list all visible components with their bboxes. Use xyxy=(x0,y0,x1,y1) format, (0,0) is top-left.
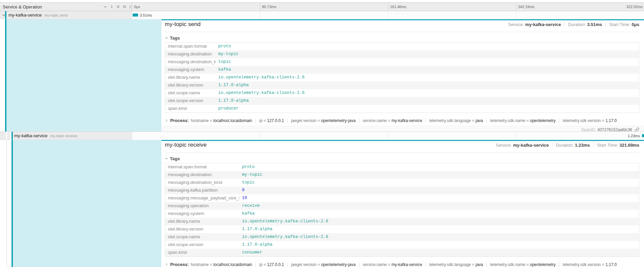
tag-key: otel.scope.version xyxy=(165,241,239,249)
span-row-timeline-cell: 1.23ms xyxy=(132,132,644,140)
tag-row: messaging.kafka.partition 0 xyxy=(165,187,639,194)
process-entry: telemetry.sdk.version = 1.17.0 xyxy=(559,262,617,267)
tag-value: receive xyxy=(239,202,639,210)
tag-value: topic xyxy=(239,179,639,187)
tag-value: kafka xyxy=(239,210,639,218)
tag-key: otel.library.version xyxy=(165,81,216,89)
tag-row: messaging.destination_kind topic xyxy=(165,58,639,66)
expand-one-icon[interactable] xyxy=(109,4,114,9)
tag-value: producer xyxy=(216,105,639,113)
tag-value: proto xyxy=(239,163,639,171)
span-row-tree-cell: my-kafka-service my-topic send xyxy=(0,11,132,19)
tag-row: otel.library.name io.opentelemetry.kafka… xyxy=(165,74,639,81)
span-id-row: SpanID: 407276152aafdc36 xyxy=(161,126,644,131)
process-accordion-header[interactable]: Process: hostname = localhost.localdomai… xyxy=(165,261,639,267)
tag-value: my-topic xyxy=(216,50,639,58)
tag-row: messaging.system kafka xyxy=(165,66,639,74)
tag-key: otel.scope.name xyxy=(165,233,239,241)
tag-row: messaging.system kafka xyxy=(165,210,639,218)
tag-row: messaging.message_payload_size_bytes 10 xyxy=(165,194,639,202)
tags-section-label: Tags xyxy=(170,35,180,41)
tag-row: messaging.destination my-topic xyxy=(165,171,639,179)
ruler-tick: 242.19ms xyxy=(518,3,534,11)
tag-row: messaging.destination my-topic xyxy=(165,50,639,58)
process-summary: hostname = localhost.localdomainip = 127… xyxy=(191,117,617,123)
span-service-name: my-kafka-service xyxy=(14,133,47,138)
tag-key: span.kind xyxy=(165,249,239,257)
process-entry: jaeger.version = opentelemetry-java xyxy=(287,262,355,267)
tag-value: io.opentelemetry.kafka-clients-2.6 xyxy=(216,89,639,97)
tag-key: messaging.operation xyxy=(165,202,239,210)
chevron-down-icon xyxy=(165,36,168,40)
timeline-header-row: Service & Operation 0μs 80.73ms 161.46ms… xyxy=(0,2,644,11)
tag-key: otel.library.name xyxy=(165,218,239,225)
process-label: Process: xyxy=(170,118,189,123)
tags-section-label: Tags xyxy=(170,156,180,161)
span-row-timeline-cell: 3.51ms xyxy=(132,11,644,19)
tag-value: consumer xyxy=(239,249,639,257)
tags-accordion-header[interactable]: Tags xyxy=(165,155,639,162)
span-operation-name: my-topic receive xyxy=(50,134,77,138)
tag-value: my-topic xyxy=(239,171,639,179)
span-duration-label: 1.23ms xyxy=(628,132,640,140)
tag-key: messaging.destination_kind xyxy=(165,179,239,187)
tag-row: span.kind consumer xyxy=(165,249,639,257)
tag-value: io.opentelemetry.kafka-clients-2.6 xyxy=(239,233,639,241)
selected-span-spacer xyxy=(13,140,161,267)
span-detail-my-topic-receive: my-topic receive Service: my-kafka-servi… xyxy=(0,140,644,267)
tag-value: io.opentelemetry.kafka-clients-2.6 xyxy=(216,74,639,81)
span-row-my-topic-send[interactable]: my-kafka-service my-topic send 3.51ms xyxy=(0,11,644,19)
span-row-tree-cell: my-kafka-service my-topic receive xyxy=(0,132,132,140)
chevron-right-icon xyxy=(165,263,168,266)
tag-value: io.opentelemetry.kafka-clients-2.6 xyxy=(239,218,639,225)
process-entry: jaeger.version = opentelemetry-java xyxy=(287,118,355,123)
jaeger-trace-timeline: Service & Operation 0μs 80.73ms 161.46ms… xyxy=(0,0,644,267)
tag-key: internal.span.format xyxy=(165,43,216,50)
ruler-tick: 322.92ms xyxy=(626,3,643,11)
tag-value: kafka xyxy=(216,66,639,74)
span-duration-bar[interactable] xyxy=(642,134,644,137)
selected-span-spacer xyxy=(6,19,161,131)
tag-row: messaging.destination_kind topic xyxy=(165,179,639,187)
tag-key: messaging.message_payload_size_bytes xyxy=(165,194,239,202)
tag-value: 1.17.0-alpha xyxy=(216,97,639,105)
span-service-name: my-kafka-service xyxy=(8,13,42,18)
tag-row: span.kind producer xyxy=(165,105,639,113)
span-detail-my-topic-send: my-topic send Service: my-kafka-serviceD… xyxy=(0,19,644,132)
span-duration-bar[interactable] xyxy=(133,14,138,17)
tag-row: otel.library.name io.opentelemetry.kafka… xyxy=(165,218,639,225)
tag-value: proto xyxy=(216,43,639,50)
column-resizer-grip[interactable] xyxy=(130,5,131,8)
tag-row: otel.scope.name io.opentelemetry.kafka-c… xyxy=(165,233,639,241)
tag-row: otel.library.version 1.17.0-alpha xyxy=(165,225,639,233)
ruler-tick: 161.46ms xyxy=(390,3,406,11)
ruler-tick: 80.73ms xyxy=(262,3,276,11)
tag-row: otel.scope.name io.opentelemetry.kafka-c… xyxy=(165,89,639,97)
tag-key: otel.scope.name xyxy=(165,89,216,97)
tag-key: messaging.system xyxy=(165,66,216,74)
collapse-all-icon[interactable] xyxy=(115,4,120,9)
process-entry: service.name = my-kafka-service xyxy=(359,262,422,267)
chevron-down-icon xyxy=(165,157,168,160)
span-duration-label: 3.51ms xyxy=(140,11,152,19)
tag-value: 1.17.0-alpha xyxy=(239,241,639,249)
process-entry: hostname = localhost.localdomain xyxy=(191,262,252,267)
tag-row: otel.library.version 1.17.0-alpha xyxy=(165,81,639,89)
process-accordion-header[interactable]: Process: hostname = localhost.localdomai… xyxy=(165,117,639,124)
span-detail-card: my-topic send Service: my-kafka-serviceD… xyxy=(161,19,644,131)
tag-value: 1.17.0-alpha xyxy=(216,81,639,89)
process-entry: telemetry.sdk.language = java xyxy=(425,262,483,267)
span-row-my-topic-receive[interactable]: my-kafka-service my-topic receive 1.23ms xyxy=(0,132,644,140)
expand-all-icon[interactable] xyxy=(122,4,127,9)
tags-table: internal.span.format proto messaging.des… xyxy=(165,163,639,257)
tags-accordion-header[interactable]: Tags xyxy=(165,35,639,41)
service-operation-title: Service & Operation xyxy=(3,4,42,9)
span-detail-summary: Service: my-kafka-serviceDuration: 1.23m… xyxy=(496,143,639,148)
collapse-one-icon[interactable] xyxy=(103,4,108,9)
timeline-ruler[interactable]: 0μs 80.73ms 161.46ms 242.19ms 322.92ms xyxy=(132,3,644,11)
process-entry: service.name = my-kafka-service xyxy=(359,118,422,123)
process-summary: hostname = localhost.localdomainip = 127… xyxy=(191,261,617,267)
ruler-tick: 0μs xyxy=(134,3,140,11)
tag-key: messaging.destination xyxy=(165,50,216,58)
deep-link-icon[interactable] xyxy=(635,127,639,132)
